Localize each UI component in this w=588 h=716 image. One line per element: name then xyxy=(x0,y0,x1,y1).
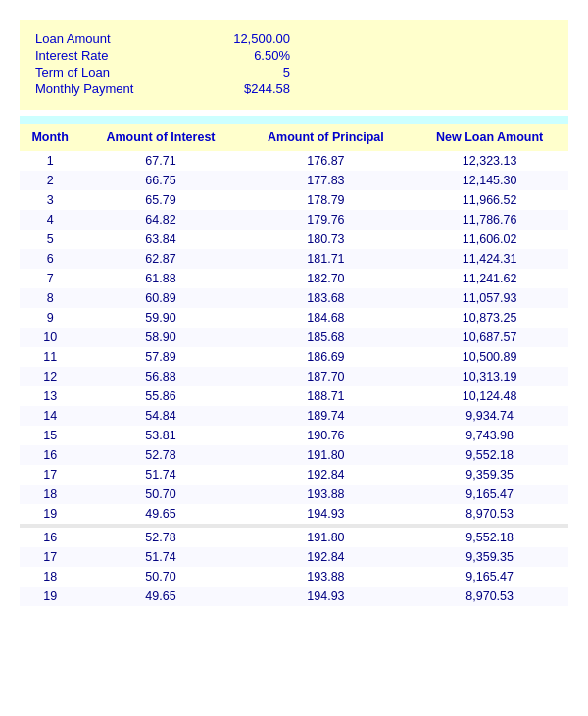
table-cell: 17 xyxy=(20,547,80,567)
table-cell: 49.65 xyxy=(80,587,240,606)
table-cell: 192.84 xyxy=(241,547,412,567)
table-cell: 13 xyxy=(20,386,80,406)
cyan-divider xyxy=(20,116,568,124)
table-cell: 189.74 xyxy=(241,406,412,426)
table-row: 662.87181.7111,424.31 xyxy=(20,249,568,269)
table-cell: 19 xyxy=(20,587,80,606)
table-cell: 10,124.48 xyxy=(411,386,568,406)
table-cell: 9,552.18 xyxy=(411,445,568,465)
table-row: 1256.88187.7010,313.19 xyxy=(20,367,568,386)
table-row: 1652.78191.809,552.18 xyxy=(20,528,568,547)
table-cell: 5 xyxy=(20,230,80,249)
table-cell: 9,934.74 xyxy=(411,406,568,426)
table-cell: 9,165.47 xyxy=(411,485,568,504)
table-cell: 11 xyxy=(20,347,80,367)
table-row: 563.84180.7311,606.02 xyxy=(20,230,568,249)
summary-value: 12,500.00 xyxy=(192,31,290,46)
column-header: Amount of Interest xyxy=(80,124,240,151)
column-header: Month xyxy=(20,124,80,151)
table-row: 1949.65194.938,970.53 xyxy=(20,504,568,524)
table-cell: 56.88 xyxy=(80,367,240,386)
table-cell: 52.78 xyxy=(80,528,240,547)
table-cell: 58.90 xyxy=(80,328,240,347)
table-cell: 17 xyxy=(20,465,80,485)
table-cell: 12 xyxy=(20,367,80,386)
table-cell: 187.70 xyxy=(241,367,412,386)
table-cell: 180.73 xyxy=(241,230,412,249)
table-cell: 64.82 xyxy=(80,210,240,230)
table-cell: 9,552.18 xyxy=(411,528,568,547)
column-header: Amount of Principal xyxy=(241,124,412,151)
table-cell: 52.78 xyxy=(80,445,240,465)
table-cell: 10,500.89 xyxy=(411,347,568,367)
table-cell: 193.88 xyxy=(241,485,412,504)
table-cell: 194.93 xyxy=(241,504,412,524)
table-cell: 177.83 xyxy=(241,171,412,190)
table-cell: 179.76 xyxy=(241,210,412,230)
table-row: 1355.86188.7110,124.48 xyxy=(20,386,568,406)
table-cell: 181.71 xyxy=(241,249,412,269)
summary-row: Loan Amount12,500.00 xyxy=(35,31,553,46)
table-row: 1751.74192.849,359.35 xyxy=(20,547,568,567)
table-cell: 12,145.30 xyxy=(411,171,568,190)
table-cell: 63.84 xyxy=(80,230,240,249)
summary-value: $244.58 xyxy=(192,81,290,96)
table-row: 1751.74192.849,359.35 xyxy=(20,465,568,485)
table-cell: 60.89 xyxy=(80,288,240,308)
table-row: 1058.90185.6810,687.57 xyxy=(20,328,568,347)
table-cell: 8,970.53 xyxy=(411,587,568,606)
table-cell: 50.70 xyxy=(80,567,240,587)
table-row: 1553.81190.769,743.98 xyxy=(20,426,568,445)
table-cell: 11,606.02 xyxy=(411,230,568,249)
summary-label: Term of Loan xyxy=(35,65,192,79)
summary-label: Loan Amount xyxy=(35,31,192,46)
table-cell: 192.84 xyxy=(241,465,412,485)
summary-row: Term of Loan5 xyxy=(35,65,553,79)
table-cell: 190.76 xyxy=(241,426,412,445)
table-cell: 11,966.52 xyxy=(411,190,568,210)
table-cell: 15 xyxy=(20,426,80,445)
table-row: 167.71176.8712,323.13 xyxy=(20,151,568,171)
table-cell: 59.90 xyxy=(80,308,240,328)
summary-value: 6.50% xyxy=(192,48,290,63)
table-row: 860.89183.6811,057.93 xyxy=(20,288,568,308)
table-cell: 18 xyxy=(20,567,80,587)
table-cell: 11,241.62 xyxy=(411,269,568,288)
table-cell: 3 xyxy=(20,190,80,210)
table-cell: 9,743.98 xyxy=(411,426,568,445)
table-cell: 66.75 xyxy=(80,171,240,190)
table-row: 365.79178.7911,966.52 xyxy=(20,190,568,210)
table-row: 1157.89186.6910,500.89 xyxy=(20,347,568,367)
table-cell: 7 xyxy=(20,269,80,288)
table-cell: 10,313.19 xyxy=(411,367,568,386)
table-cell: 10 xyxy=(20,328,80,347)
table-cell: 8 xyxy=(20,288,80,308)
table-cell: 51.74 xyxy=(80,547,240,567)
summary-row: Interest Rate6.50% xyxy=(35,48,553,63)
table-cell: 186.69 xyxy=(241,347,412,367)
table-cell: 193.88 xyxy=(241,567,412,587)
summary-value: 5 xyxy=(192,65,290,79)
table-cell: 10,873.25 xyxy=(411,308,568,328)
summary-label: Interest Rate xyxy=(35,48,192,63)
table-cell: 55.86 xyxy=(80,386,240,406)
table-cell: 191.80 xyxy=(241,445,412,465)
summary-box: Loan Amount12,500.00Interest Rate6.50%Te… xyxy=(20,20,568,110)
table-body: 167.71176.8712,323.13266.75177.8312,145.… xyxy=(20,151,568,606)
table-cell: 6 xyxy=(20,249,80,269)
table-cell: 4 xyxy=(20,210,80,230)
table-cell: 1 xyxy=(20,151,80,171)
column-header: New Loan Amount xyxy=(411,124,568,151)
table-row: 1652.78191.809,552.18 xyxy=(20,445,568,465)
table-header: MonthAmount of InterestAmount of Princip… xyxy=(20,124,568,151)
table-row: 1850.70193.889,165.47 xyxy=(20,485,568,504)
table-cell: 8,970.53 xyxy=(411,504,568,524)
table-cell: 191.80 xyxy=(241,528,412,547)
table-cell: 11,424.31 xyxy=(411,249,568,269)
table-cell: 10,687.57 xyxy=(411,328,568,347)
table-cell: 11,057.93 xyxy=(411,288,568,308)
table-cell: 9 xyxy=(20,308,80,328)
table-cell: 16 xyxy=(20,528,80,547)
table-cell: 188.71 xyxy=(241,386,412,406)
table-cell: 65.79 xyxy=(80,190,240,210)
